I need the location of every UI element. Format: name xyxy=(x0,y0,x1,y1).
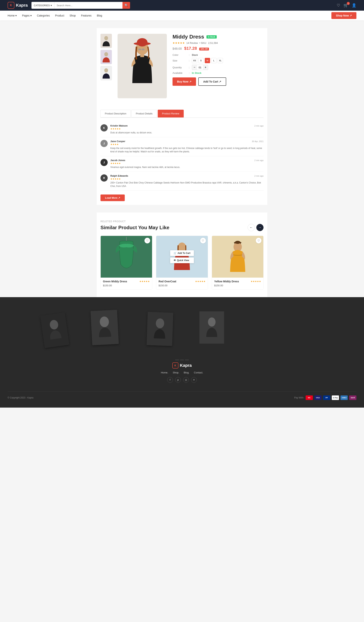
qty-decrease[interactable]: − xyxy=(192,65,197,70)
nav-pages[interactable]: Pages ▾ xyxy=(22,14,32,17)
logo[interactable]: K Kapra xyxy=(8,2,28,9)
overlay-add-to-cart[interactable]: 🛒 Add To Cart xyxy=(170,250,194,256)
load-more-button[interactable]: Load More ↗ xyxy=(100,194,125,201)
quantity-label: Quantity xyxy=(173,66,188,69)
card-price: $150.00 xyxy=(214,284,223,287)
footer-photo xyxy=(146,312,173,346)
nav: Home ▾ Pages ▾ Categories Product Shop F… xyxy=(0,11,364,20)
nav-home[interactable]: Home ▾ xyxy=(8,14,17,17)
svg-point-5 xyxy=(104,68,108,73)
related-label: RELETED PRODUCT xyxy=(100,220,264,223)
footer-nav-blog[interactable]: Blog. xyxy=(184,371,189,374)
footer-nav-home[interactable]: Home. xyxy=(161,371,168,374)
buy-now-button[interactable]: Buy Now ↗ xyxy=(173,78,196,86)
search-button[interactable]: 🔍 xyxy=(123,2,130,9)
product-sku: 2,51,594 xyxy=(208,41,218,44)
size-l[interactable]: L xyxy=(211,58,217,63)
product-card: ♡ 🛒 Add To Cart 👁 Quick View Green Middy… xyxy=(100,236,152,290)
tab-description[interactable]: Product Description xyxy=(100,110,131,117)
overlay-quick-view[interactable]: 👁 Quick View xyxy=(226,257,250,263)
product-stars: ★★★★★ xyxy=(173,41,185,44)
card-wishlist-icon[interactable]: ♡ xyxy=(200,238,206,243)
reviewer-avatar: J xyxy=(100,140,108,147)
review-item: J Jacob Jones 2 min ago ★★★★★ Vivamus eg… xyxy=(100,156,264,172)
svg-point-1 xyxy=(104,36,108,40)
review-content: Ralph Edwards 2 min ago ★★★★★ 200+ Canto… xyxy=(110,174,264,188)
nav-product[interactable]: Product xyxy=(55,14,64,17)
review-time: 2 min ago xyxy=(255,175,264,177)
visa-icon: VISA xyxy=(314,395,322,400)
footer-photos xyxy=(8,309,356,350)
size-m[interactable]: M xyxy=(205,58,210,63)
nav-shop[interactable]: Shop xyxy=(70,14,76,17)
review-stars: ★★★★ xyxy=(110,143,264,146)
footer-photo xyxy=(40,313,69,348)
svg-point-29 xyxy=(208,317,216,327)
card-price: $150.00 xyxy=(103,284,112,287)
product-review-count: 14 Review xyxy=(186,41,198,44)
reviewer-name: Ralph Edwards xyxy=(110,174,128,177)
overlay-add-to-cart[interactable]: 🛒 Add To Cart xyxy=(226,250,250,256)
tab-details[interactable]: Product Details xyxy=(131,110,157,117)
card-image-wrap: ♡ 🛒 Add To Cart 👁 Quick View xyxy=(156,236,208,278)
wishlist-icon[interactable]: ♡ xyxy=(337,3,340,8)
product-section: Middy Dress In Stock ★★★★★ 14 Review • S… xyxy=(97,28,267,205)
cart-icon: 🛒 xyxy=(118,252,121,254)
card-name: Green Middy Dress xyxy=(103,280,127,283)
next-arrow[interactable]: → xyxy=(256,224,264,231)
product-info: Middy Dress In Stock ★★★★★ 14 Review • S… xyxy=(173,34,264,98)
card-image-wrap: ♡ 🛒 Add To Cart 👁 Quick View xyxy=(101,236,152,278)
product-card: ♡ 🛒 Add To Cart 👁 Quick View Yellow Midd… xyxy=(212,236,264,290)
quantity-control: − + xyxy=(192,65,208,70)
overlay-quick-view[interactable]: 👁 Quick View xyxy=(170,257,194,263)
footer-nav-contact[interactable]: Contact. xyxy=(194,371,203,374)
overlay-quick-view[interactable]: 👁 Quick View xyxy=(114,257,138,263)
search-input[interactable] xyxy=(55,2,123,9)
thumbnail-3[interactable] xyxy=(100,66,112,80)
size-xl[interactable]: XL xyxy=(218,58,223,63)
size-xs[interactable]: XS xyxy=(192,58,197,63)
review-content: Jane Cooper 30 Apr, 2021 ★★★★ Keep the s… xyxy=(110,140,264,153)
reviewer-avatar: J xyxy=(100,159,108,166)
card-price: $150.00 xyxy=(159,284,167,287)
categories-dropdown[interactable]: CATEGORIES ▾ xyxy=(32,2,54,9)
cart-icon[interactable]: 🛒 2 xyxy=(344,3,348,8)
qty-input[interactable] xyxy=(197,66,203,69)
payment-methods: Pay With- MC VISA PP G Pay AMEX Skrill xyxy=(294,395,356,400)
product-status-badge: In Stock xyxy=(206,35,217,39)
product-title: Middy Dress xyxy=(173,34,204,40)
nav-features[interactable]: Features xyxy=(81,14,91,17)
color-value: Black xyxy=(192,54,264,56)
chevron-down-icon: ▾ xyxy=(51,4,52,7)
user-icon[interactable]: 👤 xyxy=(352,3,356,8)
card-stars: ★★★★★ xyxy=(251,280,261,283)
card-stars: ★★★★★ xyxy=(139,280,150,283)
card-wishlist-icon[interactable]: ♡ xyxy=(256,238,261,243)
overlay-add-to-cart[interactable]: 🛒 Add To Cart xyxy=(114,250,138,256)
footer-nav: Home. Shop. Blog. Contact. xyxy=(8,371,356,374)
reviewer-avatar: K xyxy=(100,124,108,132)
footer-nav-shop[interactable]: Shop. xyxy=(173,371,179,374)
review-time: 2 min ago xyxy=(255,159,264,161)
size-s[interactable]: S xyxy=(198,58,204,63)
add-to-cart-button[interactable]: Add To Cart ↗ xyxy=(198,78,226,86)
thumbnail-2[interactable] xyxy=(100,50,112,64)
pinterest-icon[interactable]: p xyxy=(175,377,181,383)
footer-logo[interactable]: K Kapra xyxy=(8,362,356,369)
card-info: Red OverCoat ★★★★★ $150.00 xyxy=(156,278,208,289)
reviews-section: K Kristin Watson 2 min ago ★★★★★ Duis at… xyxy=(100,118,264,205)
instagram-icon[interactable]: ◎ xyxy=(183,377,189,383)
eye-icon: 👁 xyxy=(118,259,120,262)
thumbnail-1[interactable] xyxy=(100,34,112,48)
tab-review[interactable]: Product Review xyxy=(158,110,184,117)
facebook-icon[interactable]: f xyxy=(167,377,173,383)
shop-now-button[interactable]: Shop Now ↗ xyxy=(331,12,356,19)
footer-photo xyxy=(200,311,224,344)
action-buttons: Buy Now ↗ Add To Cart ↗ xyxy=(173,78,264,86)
qty-increase[interactable]: + xyxy=(203,65,208,70)
prev-arrow[interactable]: ← xyxy=(248,224,255,231)
twitter-icon[interactable]: ✕ xyxy=(191,377,197,383)
nav-categories[interactable]: Categories xyxy=(37,14,50,17)
review-time: 2 min ago xyxy=(255,125,264,127)
nav-blog[interactable]: Blog xyxy=(97,14,102,17)
